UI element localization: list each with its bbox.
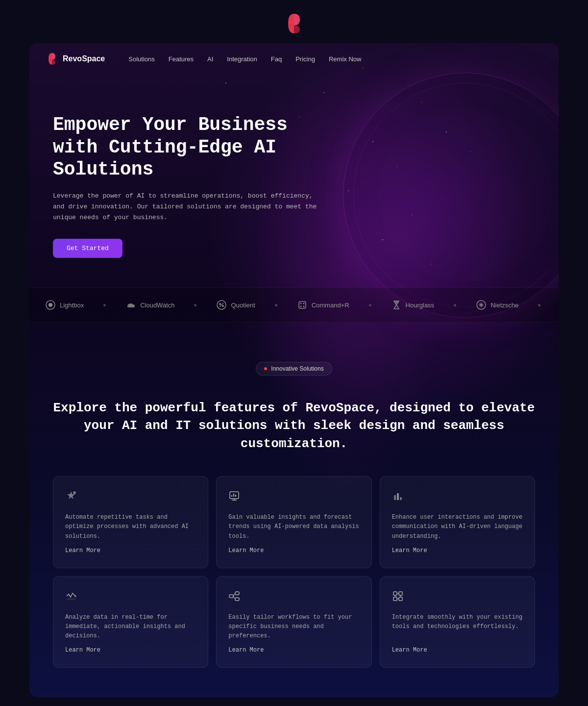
hero-subtitle: Leverage the power of AI to streamline o… xyxy=(53,191,318,223)
partner-lightbox-1-label: Lightbox xyxy=(60,302,84,309)
commandr-icon xyxy=(297,300,308,310)
ai-automation-icon xyxy=(65,490,196,505)
dot-separator-5 xyxy=(454,304,456,306)
feature-card-3-desc: Enhance user interactions and improve co… xyxy=(392,513,523,541)
features-section: Innovative Solutions Explore the powerfu… xyxy=(29,323,559,697)
svg-rect-30 xyxy=(393,592,397,595)
svg-point-1 xyxy=(49,303,52,307)
svg-rect-25 xyxy=(400,497,402,500)
partner-quotient: Quotient xyxy=(216,300,255,310)
dot-separator-6 xyxy=(538,304,540,306)
feature-card-4: Analyze data in real-time for immediate,… xyxy=(53,576,208,668)
nav-link-pricing[interactable]: Pricing xyxy=(295,55,315,63)
svg-point-8 xyxy=(303,303,304,304)
planet-decoration xyxy=(343,73,559,318)
feature-card-3: Enhance user interactions and improve co… xyxy=(380,476,535,568)
bar-chart-icon xyxy=(392,490,523,505)
section-badge-text: Innovative Solutions xyxy=(271,365,323,372)
features-title: Explore the powerful features of RevoSpa… xyxy=(53,399,535,453)
dot-separator-2 xyxy=(194,304,196,306)
partner-lightbox-1: Lightbox xyxy=(45,300,84,310)
workflow-icon xyxy=(228,590,359,605)
data-analytics-icon xyxy=(228,490,359,505)
cloudwatch-icon xyxy=(125,300,136,310)
feature-card-2-desc: Gain valuable insights and forecast tren… xyxy=(228,513,359,541)
feature-card-3-link[interactable]: Learn More xyxy=(392,547,523,554)
feature-card-4-desc: Analyze data in real-time for immediate,… xyxy=(65,613,196,641)
navbar: RevoSpace Solutions Features AI Integrat… xyxy=(29,43,559,75)
main-container: RevoSpace Solutions Features AI Integrat… xyxy=(29,43,559,697)
nav-link-ai[interactable]: AI xyxy=(207,55,213,63)
section-badge: Innovative Solutions xyxy=(256,362,332,376)
svg-point-26 xyxy=(74,595,76,597)
features-grid: Automate repetitive tasks and optimize p… xyxy=(53,476,535,668)
feature-card-4-link[interactable]: Learn More xyxy=(65,647,196,654)
partner-cloudwatch: CloudWatch xyxy=(125,300,174,310)
section-badge-wrap: Innovative Solutions xyxy=(53,362,535,389)
svg-rect-27 xyxy=(229,595,233,598)
feature-card-2-link[interactable]: Learn More xyxy=(228,547,359,554)
feature-card-6-desc: Integrate smoothly with your existing to… xyxy=(392,613,523,641)
feature-card-5: Easily tailor workflows to fit your spec… xyxy=(216,576,371,668)
svg-point-9 xyxy=(300,306,301,307)
feature-card-1: Automate repetitive tasks and optimize p… xyxy=(53,476,208,568)
feature-card-6-link[interactable]: Learn More xyxy=(392,647,523,654)
svg-rect-23 xyxy=(394,495,396,500)
partner-hourglass: Hourglass xyxy=(391,300,435,310)
hourglass-icon xyxy=(391,300,402,310)
lightbox-icon xyxy=(45,300,56,310)
nav-link-solutions[interactable]: Solutions xyxy=(128,55,154,63)
nav-logo[interactable]: RevoSpace xyxy=(45,52,105,66)
nav-brand-text: RevoSpace xyxy=(63,54,105,63)
partner-commandr: Command+R xyxy=(297,300,349,310)
hero-title: Empower Your Business with Cutting-Edge … xyxy=(53,114,324,181)
partner-commandr-label: Command+R xyxy=(312,302,349,309)
partner-nietzsche-label: Nietzsche xyxy=(490,302,518,309)
dot-separator-1 xyxy=(103,304,106,306)
svg-point-4 xyxy=(222,305,224,307)
nav-link-features[interactable]: Features xyxy=(169,55,194,63)
nav-link-faq[interactable]: Faq xyxy=(271,55,282,63)
partner-hourglass-label: Hourglass xyxy=(406,302,435,309)
nav-links: Solutions Features AI Integration Faq Pr… xyxy=(128,55,361,63)
svg-rect-33 xyxy=(399,597,402,601)
dot-separator-4 xyxy=(369,304,371,306)
svg-point-7 xyxy=(300,303,301,304)
nav-link-integration[interactable]: Integration xyxy=(227,55,257,63)
realtime-icon xyxy=(65,590,196,605)
get-started-button[interactable]: Get Started xyxy=(53,239,122,258)
svg-rect-6 xyxy=(299,302,306,308)
hero-section: Empower Your Business with Cutting-Edge … xyxy=(29,75,348,287)
partners-strip: Lightbox CloudWatch Quoti xyxy=(29,287,559,323)
feature-card-1-link[interactable]: Learn More xyxy=(65,547,196,554)
feature-card-1-desc: Automate repetitive tasks and optimize p… xyxy=(65,513,196,541)
feature-card-6: Integrate smoothly with your existing to… xyxy=(380,576,535,668)
feature-card-5-desc: Easily tailor workflows to fit your spec… xyxy=(228,613,359,641)
quotient-icon xyxy=(216,300,227,310)
feature-card-5-link[interactable]: Learn More xyxy=(228,647,359,654)
badge-dot xyxy=(264,367,267,370)
nav-link-remix[interactable]: Remix Now xyxy=(329,55,361,63)
top-logo-icon xyxy=(282,12,306,35)
partner-nietzsche: Nietzsche xyxy=(476,300,518,310)
svg-rect-28 xyxy=(235,592,239,595)
nav-logo-icon xyxy=(45,52,59,66)
partner-cloudwatch-label: CloudWatch xyxy=(140,302,174,309)
svg-rect-32 xyxy=(393,597,397,601)
partner-quotient-label: Quotient xyxy=(231,302,255,309)
svg-point-10 xyxy=(303,306,304,307)
svg-rect-31 xyxy=(399,592,402,595)
nietzsche-icon xyxy=(476,300,487,310)
svg-rect-24 xyxy=(397,493,399,500)
dot-separator-3 xyxy=(275,304,277,306)
svg-rect-29 xyxy=(235,598,239,601)
svg-point-3 xyxy=(219,303,221,305)
feature-card-2: Gain valuable insights and forecast tren… xyxy=(216,476,371,568)
integration-icon xyxy=(392,590,523,605)
svg-point-16 xyxy=(73,491,76,494)
top-logo-bar xyxy=(0,0,588,43)
